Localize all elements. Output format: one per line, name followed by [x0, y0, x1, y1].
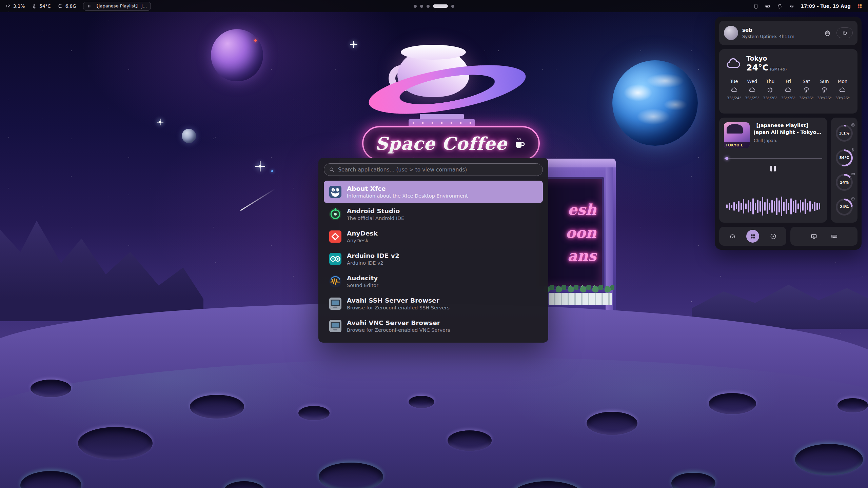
gauge-disk: 24% — [831, 196, 857, 218]
workspace-dot[interactable] — [451, 5, 454, 8]
memory-chip-icon — [58, 3, 63, 9]
power-icon — [842, 30, 848, 36]
memory-stat[interactable]: 6.8G — [58, 3, 76, 9]
thermometer-icon — [32, 3, 37, 9]
power-button[interactable] — [836, 27, 853, 38]
forecast-day: Mon33°/26° — [834, 79, 851, 100]
screen-record-button[interactable] — [807, 230, 820, 243]
system-gauges: 3.1%54°C14%24% — [831, 118, 857, 223]
track-progress[interactable] — [724, 157, 822, 160]
gauge-cpu: 3.1% — [831, 122, 857, 144]
cloud-icon — [725, 56, 742, 72]
progress-knob[interactable] — [725, 157, 728, 160]
cloud-icon — [839, 86, 846, 94]
waveform — [724, 195, 822, 218]
result-title: Arduino IDE v2 — [347, 252, 399, 259]
cloud-icon — [749, 86, 756, 94]
cpu-stat[interactable]: 3.1% — [5, 3, 25, 9]
quick-actions-left — [719, 227, 786, 246]
settings-button[interactable] — [822, 28, 832, 38]
avatar — [724, 26, 738, 40]
grid-icon — [750, 233, 756, 240]
clock[interactable]: 17:09 - Tue, 19 Aug — [801, 3, 851, 9]
play-pause-button[interactable] — [770, 166, 776, 171]
result-subtitle: AnyDesk — [347, 238, 378, 243]
compass-button[interactable] — [767, 230, 780, 243]
launcher-result[interactable]: Android StudioThe official Android IDE — [324, 203, 543, 225]
system-uptime: System Uptime: 4h11m — [742, 34, 818, 39]
apps-grid-button[interactable] — [746, 230, 759, 243]
gear-icon — [824, 30, 831, 36]
rain-icon — [803, 86, 810, 94]
music-chip[interactable]: 【Japanese Playlist】 J... — [83, 2, 151, 11]
compass-icon — [770, 233, 776, 240]
forecast-day: Fri35°/26° — [780, 79, 797, 100]
result-subtitle: Sound Editor — [347, 283, 378, 288]
launcher-result[interactable]: Avahi SSH Server BrowserBrowse for Zeroc… — [324, 292, 543, 315]
result-title: Avahi VNC Server Browser — [347, 319, 450, 326]
weather-forecast: Tue33°/24°Wed35°/25°Thu33°/26°Fri35°/26°… — [725, 79, 851, 100]
avahi-app-icon — [329, 297, 342, 310]
pause-icon — [87, 4, 92, 8]
forecast-day: Thu33°/26° — [762, 79, 779, 100]
phone-icon[interactable] — [753, 3, 759, 9]
search-input[interactable] — [338, 167, 538, 173]
weather-card: Tokyo 24°C(GMT+9) Tue33°/24°Wed35°/25°Th… — [719, 49, 857, 114]
user-name: seb — [742, 27, 818, 33]
keyboard-button[interactable] — [828, 230, 841, 243]
workspace-dot[interactable] — [427, 5, 430, 8]
keyboard-icon — [831, 233, 837, 240]
gauge-memory: 14% — [831, 171, 857, 193]
tray: 17:09 - Tue, 19 Aug — [753, 3, 863, 9]
user-card: seb System Uptime: 4h11m — [719, 21, 857, 45]
neon-sign-text: Space Coffee — [375, 133, 507, 154]
result-subtitle: The official Android IDE — [347, 216, 404, 221]
audacity-app-icon — [329, 274, 342, 288]
avahi-app-icon — [329, 319, 342, 333]
android-studio-app-icon — [329, 207, 342, 221]
result-subtitle: Browse for Zeroconf-enabled SSH Servers — [347, 305, 450, 310]
launcher-search[interactable] — [324, 163, 543, 176]
weather-timezone: (GMT+9) — [770, 67, 787, 72]
album-art: TOKYO L — [724, 122, 750, 148]
result-title: About Xfce — [347, 185, 468, 192]
launcher-result[interactable]: AudacitySound Editor — [324, 270, 543, 292]
anydesk-app-icon — [329, 230, 342, 243]
gauge-icon — [5, 3, 11, 9]
launcher-result[interactable]: Arduino IDE v2Arduino IDE v2 — [324, 248, 543, 270]
system-stats: 3.1% 54°C 6.8G 【Japanese Playlist】 J... — [5, 2, 151, 11]
coffee-cup-icon — [513, 136, 527, 150]
workspace-dot[interactable] — [420, 5, 423, 8]
weather-temperature: 24°C(GMT+9) — [746, 63, 787, 73]
result-title: Android Studio — [347, 207, 404, 215]
arduino-app-icon — [329, 252, 342, 266]
workspace-dot[interactable] — [414, 5, 417, 8]
workspace-dot[interactable] — [433, 4, 448, 8]
search-icon — [329, 167, 335, 172]
cloud-icon — [785, 86, 792, 94]
speaker-icon[interactable] — [789, 3, 794, 9]
app-grid-icon[interactable] — [857, 3, 863, 9]
bell-icon[interactable] — [777, 3, 783, 9]
album-art-label: TOKYO L — [724, 142, 750, 148]
battery-icon[interactable] — [765, 3, 771, 9]
launcher-result[interactable]: About XfceInformation about the Xfce Des… — [324, 181, 543, 203]
display-play-icon — [811, 233, 817, 240]
quick-actions-right — [790, 227, 857, 246]
xfce-app-icon — [329, 185, 342, 199]
result-title: Audacity — [347, 274, 378, 282]
forecast-day: Sat36°/26° — [797, 79, 815, 100]
launcher-result[interactable]: Avahi VNC Server BrowserBrowse for Zeroc… — [324, 315, 543, 337]
temp-stat[interactable]: 54°C — [32, 3, 51, 9]
weather-city: Tokyo — [746, 55, 787, 62]
app-launcher: About XfceInformation about the Xfce Des… — [318, 158, 548, 343]
result-title: Avahi SSH Server Browser — [347, 297, 450, 304]
music-player-card: TOKYO L 【Japanese Playlist】 Japan All Ni… — [719, 118, 827, 223]
result-subtitle: Arduino IDE v2 — [347, 260, 399, 266]
top-panel: 3.1% 54°C 6.8G 【Japanese Playlist】 J... … — [0, 0, 868, 12]
dashboard-button[interactable] — [726, 230, 739, 243]
launcher-result[interactable]: AnyDeskAnyDesk — [324, 225, 543, 248]
forecast-day: Wed35°/25° — [743, 79, 761, 100]
forecast-day: Sun33°/26° — [816, 79, 833, 100]
giant-saturn-cup — [380, 40, 515, 120]
